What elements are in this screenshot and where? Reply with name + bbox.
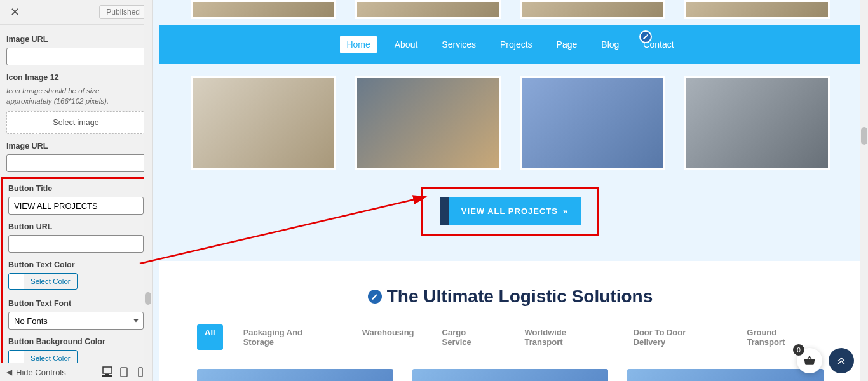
project-gallery: [153, 0, 868, 19]
icon-image-label: Icon Image 12: [6, 73, 146, 82]
svg-rect-2: [121, 368, 127, 377]
device-switcher: [102, 367, 146, 377]
chevron-up-icon: [836, 356, 846, 366]
section-title-text: The Ultimate Logistic Solutions: [387, 286, 653, 307]
filter-tabs: All Packaging And Storage Warehousing Ca…: [197, 324, 824, 350]
bg-color-picker[interactable]: Select Color: [8, 350, 78, 363]
svg-rect-0: [103, 367, 112, 373]
sidebar-footer: ◀ Hide Controls: [0, 363, 152, 381]
nav-home[interactable]: Home: [340, 36, 376, 53]
nav-blog[interactable]: Blog: [595, 36, 625, 53]
filter-packaging[interactable]: Packaging And Storage: [236, 324, 342, 350]
text-color-picker[interactable]: Select Color: [8, 273, 78, 290]
top-nav: Home About Services Projects Page Blog C…: [159, 25, 862, 64]
close-icon[interactable]: ✕: [5, 3, 25, 22]
button-url-label: Button URL: [8, 222, 144, 231]
preview-pane: Home About Services Projects Page Blog C…: [153, 0, 868, 381]
button-url-input[interactable]: [8, 235, 144, 253]
service-card[interactable]: [627, 369, 824, 381]
section-title: The Ultimate Logistic Solutions: [197, 286, 824, 307]
annotation-highlight-box: Button Title Button URL Button Text Colo…: [1, 177, 151, 363]
hide-controls-button[interactable]: ◀ Hide Controls: [6, 368, 102, 377]
project-thumb[interactable]: [520, 0, 665, 19]
annotation-target-box: VIEW ALL PROJECTS »: [421, 187, 599, 236]
select-image-button[interactable]: Select image: [6, 111, 146, 134]
view-all-projects-button[interactable]: VIEW ALL PROJECTS »: [440, 197, 581, 225]
image-url-input-2[interactable]: [6, 154, 146, 172]
preview-scrollbar[interactable]: [860, 0, 868, 381]
chevrons-right-icon: »: [563, 206, 568, 216]
cart-button[interactable]: 0: [797, 348, 822, 373]
nav-services[interactable]: Services: [435, 36, 482, 53]
filter-warehousing[interactable]: Warehousing: [355, 324, 422, 350]
project-thumb[interactable]: [191, 76, 336, 170]
nav-page[interactable]: Page: [550, 36, 584, 53]
gallery-row: [191, 76, 830, 170]
button-title-input[interactable]: [8, 197, 144, 215]
basket-icon: [804, 355, 815, 366]
view-all-wrap: VIEW ALL PROJECTS »: [153, 177, 868, 261]
published-button[interactable]: Published: [99, 5, 147, 19]
button-bg-label: Button Background Color: [8, 337, 144, 346]
desktop-icon[interactable]: [102, 367, 112, 377]
sidebar-header: ✕ Published: [0, 0, 152, 25]
filter-ground[interactable]: Ground Transport: [739, 324, 824, 350]
view-all-label: VIEW ALL PROJECTS: [461, 206, 558, 216]
tablet-icon[interactable]: [119, 367, 129, 377]
color-swatch: [9, 351, 24, 363]
hide-controls-label: Hide Controls: [16, 368, 66, 377]
filter-all[interactable]: All: [197, 324, 223, 350]
image-url-label-1: Image URL: [6, 35, 146, 44]
service-card[interactable]: [412, 369, 609, 381]
button-text-color-label: Button Text Color: [8, 260, 144, 269]
edit-shortcut-icon[interactable]: [639, 30, 652, 43]
select-color-label: Select Color: [24, 351, 77, 363]
project-gallery-2: [153, 76, 868, 170]
icon-image-help: Icon Image should be of size approximate…: [6, 86, 146, 106]
sidebar-scroll: Image URL Icon Image 12 Icon Image shoul…: [0, 25, 152, 363]
collapse-icon: ◀: [6, 368, 12, 377]
project-thumb[interactable]: [684, 76, 830, 170]
filter-door[interactable]: Door To Door Delivery: [626, 324, 727, 350]
color-swatch: [9, 274, 24, 289]
solutions-section: The Ultimate Logistic Solutions All Pack…: [159, 261, 862, 381]
filter-cargo[interactable]: Cargo Service: [435, 324, 505, 350]
filter-worldwide[interactable]: Worldwide Transport: [517, 324, 613, 350]
customizer-sidebar: ✕ Published Image URL Icon Image 12 Icon…: [0, 0, 153, 381]
service-card[interactable]: [197, 369, 393, 381]
image-url-input-1[interactable]: [6, 48, 146, 65]
font-select[interactable]: No Fonts: [8, 312, 144, 330]
service-cards: [197, 369, 824, 381]
project-thumb[interactable]: [520, 76, 665, 170]
svg-rect-3: [139, 368, 142, 377]
button-font-label: Button Text Font: [8, 299, 144, 308]
project-thumb[interactable]: [684, 0, 830, 19]
nav-about[interactable]: About: [388, 36, 424, 53]
project-thumb[interactable]: [355, 0, 501, 19]
button-title-label: Button Title: [8, 184, 144, 193]
edit-shortcut-icon[interactable]: [368, 290, 382, 304]
project-thumb[interactable]: [191, 0, 336, 19]
select-color-label: Select Color: [24, 274, 77, 289]
svg-rect-1: [105, 374, 109, 375]
gallery-row: [191, 0, 830, 19]
cart-badge: 0: [793, 344, 804, 356]
project-thumb[interactable]: [355, 76, 501, 170]
sidebar-scrollbar[interactable]: [144, 0, 152, 381]
nav-projects[interactable]: Projects: [494, 36, 539, 53]
scroll-top-button[interactable]: [829, 348, 854, 373]
image-url-label-2: Image URL: [6, 142, 146, 150]
